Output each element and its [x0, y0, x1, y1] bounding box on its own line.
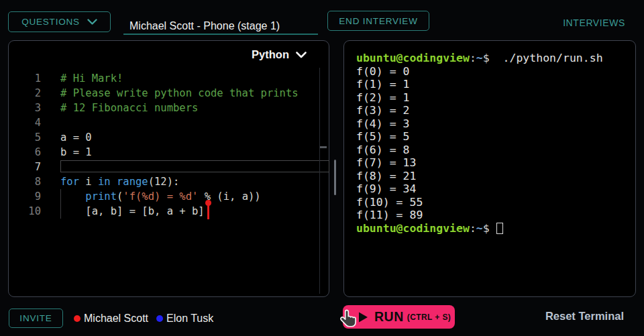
code-line-1[interactable]: # Hi Mark!	[60, 71, 329, 86]
line-number: 1	[9, 71, 41, 86]
terminal-output-line: f(4) = 3	[356, 117, 631, 131]
run-label: RUN	[374, 309, 404, 325]
play-icon	[358, 312, 368, 323]
terminal-output-line: f(7) = 13	[356, 156, 631, 170]
line-number: 3	[9, 101, 41, 115]
editor-ruler-line	[319, 68, 320, 294]
prompt-symbol: ~	[476, 52, 483, 64]
active-line-highlight	[60, 160, 329, 172]
prompt-symbol: :	[470, 222, 476, 235]
terminal-cursor	[496, 223, 503, 234]
remote-user-cursor	[207, 203, 209, 219]
terminal-panel: ubuntu@codingview:~$ ./python/run.shf(0)…	[343, 40, 636, 297]
editor-scrollbar-thumb[interactable]	[320, 146, 327, 148]
code-token: a = 0	[60, 131, 92, 144]
end-interview-button[interactable]: END INTERVIEW	[327, 11, 429, 31]
prompt-user-host: ubuntu@codingview	[356, 222, 470, 235]
prompt-command	[490, 222, 496, 235]
line-number: 2	[9, 86, 41, 101]
code-token: i	[79, 176, 98, 188]
gutter: 12345678910	[9, 71, 41, 219]
terminal-output-line: f(9) = 34	[356, 182, 631, 196]
code-token	[111, 176, 117, 188]
prompt-symbol: ~	[476, 222, 483, 235]
terminal-output[interactable]: ubuntu@codingview:~$ ./python/run.shf(0)…	[356, 52, 631, 235]
participant-color-dot	[156, 315, 163, 322]
code-token: range	[117, 176, 148, 188]
code-line-8[interactable]: for i in range(12):	[60, 174, 329, 189]
code-token: b = 1	[60, 146, 92, 158]
questions-label: QUESTIONS	[21, 17, 80, 27]
line-number: 4	[9, 115, 41, 130]
chevron-down-icon	[296, 52, 307, 58]
prompt-user-host: ubuntu@codingview	[356, 52, 470, 64]
participant-michael-scott: Michael Scott	[74, 313, 148, 325]
editor-panel: Python 12345678910 # Hi Mark!# Please wr…	[8, 40, 329, 297]
code-token: (	[117, 190, 123, 203]
code-line-10[interactable]: [a, b] = [b, a + b]	[60, 204, 329, 219]
invite-label: INVITE	[19, 313, 52, 323]
prompt-symbol: $	[483, 52, 490, 64]
terminal-output-line: f(8) = 21	[356, 170, 631, 183]
line-number: 9	[9, 189, 41, 204]
code-token: in	[98, 176, 111, 188]
prompt-symbol: $	[483, 222, 490, 235]
chevron-down-icon	[87, 19, 97, 25]
terminal-output-line: f(0) = 0	[356, 65, 631, 78]
code-token: 'f(%d) = %d'	[123, 190, 198, 203]
terminal-output-line: f(3) = 2	[356, 104, 631, 117]
prompt-command: ./python/run.sh	[490, 52, 603, 64]
invite-button[interactable]: INVITE	[9, 309, 63, 328]
code-token: (12):	[148, 176, 180, 188]
terminal-prompt-line: ubuntu@codingview:~$	[356, 222, 631, 235]
code-token: # 12 Fibonacci numbers	[60, 102, 198, 114]
reset-terminal-button[interactable]: Reset Terminal	[545, 310, 624, 323]
participant-color-dot	[74, 315, 80, 322]
terminal-output-line: f(2) = 1	[356, 91, 631, 105]
interviews-link[interactable]: INTERVIEWS	[563, 17, 625, 28]
code-token: # Hi Mark!	[60, 72, 123, 85]
terminal-output-line: f(6) = 8	[356, 144, 631, 157]
code-token: print	[85, 190, 117, 203]
end-interview-label: END INTERVIEW	[339, 16, 417, 26]
line-number: 10	[9, 204, 41, 219]
language-label: Python	[252, 48, 289, 61]
code-token: [a, b] = [b, a + b]	[60, 205, 205, 217]
line-number: 5	[9, 130, 41, 145]
terminal-output-line: f(10) = 55	[356, 196, 631, 209]
questions-dropdown-button[interactable]: QUESTIONS	[8, 11, 111, 32]
code-line-7[interactable]	[60, 160, 329, 174]
terminal-output-line: f(1) = 1	[356, 78, 631, 91]
code-token	[60, 190, 85, 203]
line-number: 8	[9, 174, 41, 189]
participant-elon-tusk: Elon Tusk	[156, 313, 213, 325]
code-line-5[interactable]: a = 0	[60, 130, 329, 145]
line-number: 6	[9, 145, 41, 160]
code-lines: # Hi Mark!# Please write python code tha…	[60, 71, 329, 219]
run-button[interactable]: RUN (CTRL + S)	[343, 305, 455, 329]
code-line-9[interactable]: print('f(%d) = %d' % (i, a))	[60, 189, 329, 204]
terminal-output-line: f(5) = 5	[356, 130, 631, 144]
code-line-3[interactable]: # 12 Fibonacci numbers	[60, 101, 329, 115]
language-select[interactable]: Python	[252, 48, 307, 61]
code-line-2[interactable]: # Please write python code that prints	[60, 86, 329, 101]
terminal-output-line: f(11) = 89	[356, 209, 631, 222]
terminal-prompt-line: ubuntu@codingview:~$ ./python/run.sh	[356, 52, 631, 65]
panel-splitter-handle[interactable]	[334, 160, 336, 195]
line-number: 7	[9, 160, 41, 174]
session-title-input[interactable]	[123, 19, 318, 35]
app-root: QUESTIONS END INTERVIEW INTERVIEWS Pytho…	[0, 0, 644, 336]
code-line-6[interactable]: b = 1	[60, 145, 329, 160]
participant-name: Elon Tusk	[166, 313, 213, 325]
run-shortcut: (CTRL + S)	[407, 313, 451, 322]
prompt-symbol: :	[470, 52, 476, 64]
code-line-4[interactable]	[60, 115, 329, 130]
code-token: for	[60, 176, 79, 188]
participant-name: Michael Scott	[84, 313, 148, 325]
code-token: # Please write python code that prints	[60, 87, 299, 99]
code-editor[interactable]: 12345678910 # Hi Mark!# Please write pyt…	[9, 71, 329, 296]
